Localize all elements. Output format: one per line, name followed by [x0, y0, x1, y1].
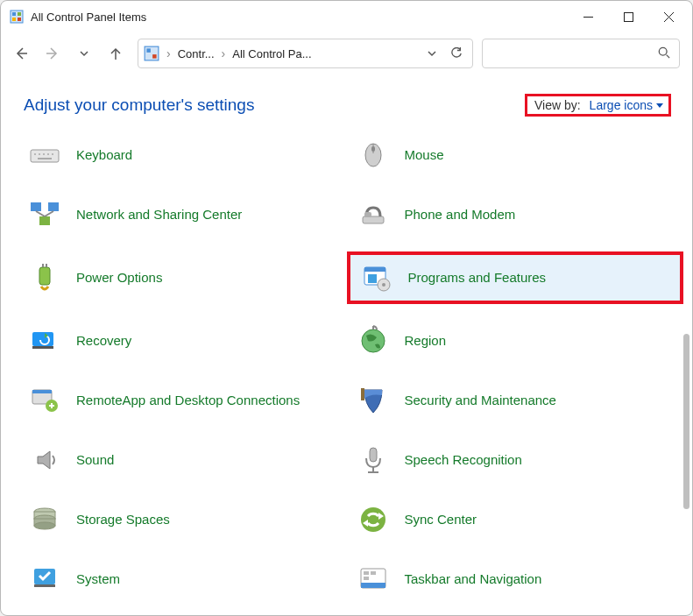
search-icon: [658, 46, 670, 61]
svg-rect-4: [18, 18, 21, 21]
item-label: RemoteApp and Desktop Connections: [76, 393, 300, 409]
recovery-icon: [25, 323, 64, 358]
item-label: Network and Sharing Center: [76, 207, 242, 223]
speech-recognition-icon: [354, 443, 392, 478]
breadcrumb-part1[interactable]: Contr...: [178, 47, 215, 60]
view-by-value: Large icons: [590, 98, 653, 112]
control-panel-item[interactable]: Sound: [18, 437, 347, 483]
control-panel-item[interactable]: Region: [347, 318, 675, 364]
item-label: Programs and Features: [408, 270, 547, 287]
phone-modem-icon: [354, 197, 392, 232]
svg-rect-64: [361, 583, 385, 588]
item-label: Taskbar and Navigation: [405, 571, 542, 588]
view-by-label: View by:: [534, 98, 581, 112]
svg-point-15: [659, 47, 667, 55]
svg-rect-17: [31, 150, 59, 162]
page-title: Adjust your computer's settings: [24, 96, 525, 115]
forward-button[interactable]: [45, 46, 60, 61]
control-panel-item[interactable]: Power Options: [18, 251, 347, 304]
view-by-selector[interactable]: View by: Large icons: [525, 94, 671, 117]
storage-spaces-icon: [25, 502, 64, 537]
control-panel-item[interactable]: Mouse: [347, 132, 675, 178]
programs-features-icon: [357, 260, 396, 295]
svg-rect-43: [32, 346, 53, 349]
control-panel-item[interactable]: Keyboard: [18, 132, 347, 178]
svg-point-57: [34, 522, 55, 529]
svg-line-31: [45, 211, 53, 216]
address-bar[interactable]: › Contr... › All Control Pa...: [138, 39, 473, 68]
breadcrumb-separator: ›: [163, 46, 174, 60]
control-panel-item[interactable]: Sync Center: [347, 497, 675, 542]
search-box[interactable]: [482, 39, 680, 68]
address-dropdown-button[interactable]: [421, 48, 442, 59]
svg-rect-27: [31, 202, 41, 211]
svg-rect-62: [34, 584, 55, 587]
taskbar-navigation-icon: [354, 562, 392, 597]
item-label: Phone and Modem: [405, 207, 516, 223]
recent-locations-button[interactable]: [76, 46, 92, 61]
svg-rect-32: [363, 216, 384, 223]
item-label: Storage Spaces: [76, 512, 170, 528]
svg-rect-50: [370, 448, 377, 462]
control-panel-window: All Control Panel Items › Contr... › All…: [0, 0, 693, 616]
network-sharing-icon: [25, 197, 64, 232]
close-button[interactable]: [648, 3, 689, 31]
item-label: Region: [405, 333, 447, 350]
control-panel-item[interactable]: Security and Maintenance: [347, 378, 675, 423]
window-title: All Control Panel Items: [31, 11, 146, 24]
item-label: Keyboard: [76, 147, 132, 164]
breadcrumb-separator: ›: [218, 46, 230, 60]
control-panel-item[interactable]: Programs and Features: [347, 251, 684, 304]
svg-rect-47: [32, 390, 52, 393]
mouse-icon: [354, 138, 392, 173]
svg-line-30: [36, 211, 45, 216]
region-icon: [354, 323, 392, 358]
svg-rect-1: [12, 12, 16, 16]
sync-center-icon: [354, 502, 392, 537]
control-panel-icon: [144, 46, 159, 61]
svg-rect-49: [361, 388, 364, 400]
svg-rect-66: [371, 571, 376, 575]
item-label: Recovery: [76, 333, 131, 350]
svg-rect-2: [18, 12, 21, 16]
control-panel-item[interactable]: Taskbar and Navigation: [347, 556, 675, 602]
scrollbar-thumb[interactable]: [683, 334, 689, 509]
power-options-icon: [25, 260, 64, 295]
svg-rect-39: [368, 274, 377, 283]
svg-rect-38: [364, 267, 385, 272]
svg-rect-3: [12, 18, 16, 21]
svg-point-41: [382, 283, 385, 287]
control-panel-item[interactable]: System: [18, 556, 347, 602]
item-label: Security and Maintenance: [405, 393, 556, 409]
system-icon: [25, 562, 64, 597]
minimize-button[interactable]: [568, 3, 608, 31]
maximize-button[interactable]: [608, 3, 648, 31]
svg-rect-29: [39, 216, 50, 225]
control-panel-item[interactable]: Recovery: [18, 318, 347, 364]
back-button[interactable]: [13, 46, 29, 61]
toolbar: › Contr... › All Control Pa...: [1, 32, 692, 81]
item-label: System: [76, 571, 120, 588]
dropdown-triangle-icon: [656, 103, 663, 108]
control-panel-item[interactable]: Network and Sharing Center: [18, 192, 347, 237]
breadcrumb-part2[interactable]: All Control Pa...: [232, 47, 311, 60]
item-label: Speech Recognition: [405, 452, 522, 469]
item-label: Sound: [76, 452, 114, 469]
item-label: Sync Center: [405, 512, 477, 528]
up-button[interactable]: [108, 46, 124, 61]
remoteapp-icon: [25, 383, 64, 418]
refresh-button[interactable]: [446, 47, 467, 60]
control-panel-item[interactable]: Phone and Modem: [347, 192, 675, 237]
sound-icon: [25, 443, 64, 478]
control-panel-item[interactable]: Speech Recognition: [347, 437, 675, 483]
svg-rect-67: [364, 577, 369, 580]
item-label: Mouse: [405, 147, 444, 164]
svg-rect-36: [46, 264, 47, 267]
content-area: KeyboardMouseNetwork and Sharing CenterP…: [1, 129, 692, 615]
control-panel-item[interactable]: RemoteApp and Desktop Connections: [18, 378, 347, 423]
control-panel-item[interactable]: Storage Spaces: [18, 497, 347, 542]
keyboard-icon: [25, 138, 64, 173]
svg-point-45: [362, 329, 385, 352]
control-panel-app-icon: [10, 10, 24, 24]
header-row: Adjust your computer's settings View by:…: [1, 81, 692, 129]
